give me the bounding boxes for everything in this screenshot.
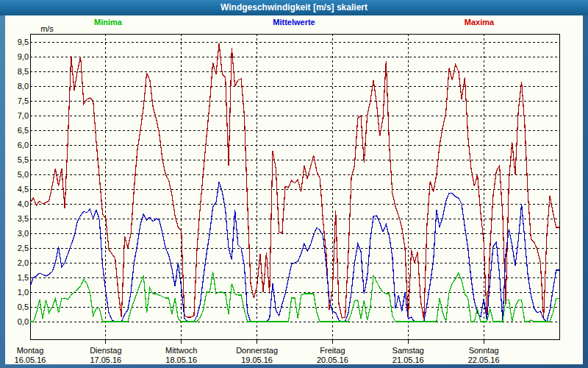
y-tick-label: 3,0 [5,229,29,238]
y-tick-label: 7,5 [5,96,29,106]
y-tick-label: 8,0 [5,82,29,91]
x-day-label: Mittwoch [146,346,217,355]
x-date-label: 19.05.16 [222,355,293,365]
x-day-label: Dienstag [71,346,141,355]
x-day-label: Freitag [297,346,368,355]
y-tick-label: 2,5 [5,244,29,253]
x-day-label: Montag [0,346,65,355]
window-frame: Windgeschwindigkeit [m/s] skaliert Minim… [0,0,588,368]
y-tick-label: 2,0 [5,258,29,268]
x-date-label: 17.05.16 [71,355,141,365]
x-date-label: 18.05.16 [146,355,217,365]
y-tick-label: 0,5 [5,302,29,312]
y-tick-label: 5,0 [5,170,29,180]
x-date-label: 22.05.16 [448,355,519,365]
y-tick-label: 7,0 [5,111,29,121]
series-maxima-line [30,43,559,319]
plot-border [30,34,559,339]
y-tick-label: 6,5 [5,126,29,135]
x-date-label: 20.05.16 [297,355,368,365]
y-tick-label: 6,0 [5,141,29,150]
y-tick-label: 8,5 [5,67,29,77]
y-tick-label: 5,5 [5,155,29,165]
x-day-label: Samstag [373,346,443,355]
y-tick-label: 9,0 [5,52,29,62]
y-tick-label: 1,5 [5,273,29,283]
x-date-label: 16.05.16 [0,355,65,365]
y-tick-label: 4,5 [5,185,29,194]
x-day-label: Sonntag [448,346,519,355]
y-tick-label: 4,0 [5,199,29,209]
y-tick-label: 3,5 [5,214,29,224]
y-tick-label: 9,5 [5,38,29,47]
wind-speed-chart [0,0,588,368]
x-day-label: Donnerstag [222,346,293,355]
y-tick-label: 1,0 [5,288,29,297]
x-date-label: 21.05.16 [373,355,443,365]
y-tick-label: 0,0 [5,317,29,327]
